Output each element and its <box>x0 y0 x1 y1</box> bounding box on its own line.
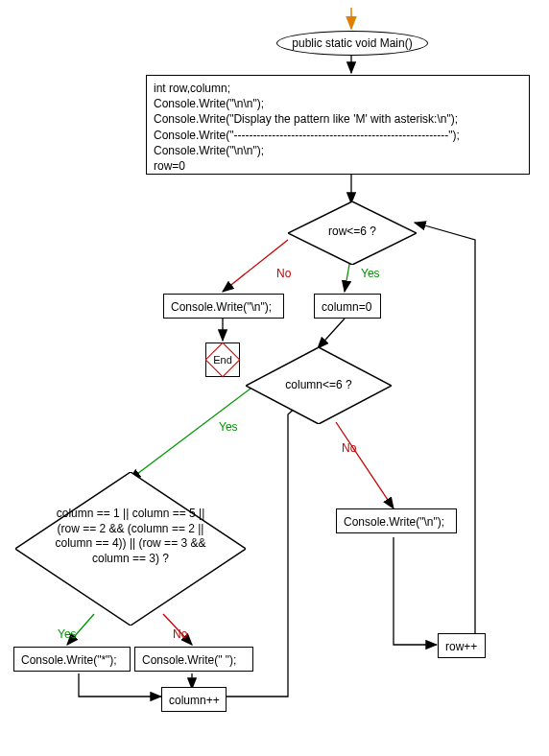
label-no-col: No <box>342 441 356 455</box>
init-line-0: int row,column; <box>154 81 522 96</box>
label-yes-row: Yes <box>361 267 380 280</box>
newline-outer-text: Console.Write("\n"); <box>171 300 272 314</box>
label-no-row: No <box>276 267 291 280</box>
newline-inner-text: Console.Write("\n"); <box>344 515 444 529</box>
write-space: Console.Write(" "); <box>134 647 253 672</box>
init-process: int row,column; Console.Write("\n\n"); C… <box>146 75 530 175</box>
row-increment-text: row++ <box>445 640 477 653</box>
newline-outer: Console.Write("\n"); <box>163 294 284 319</box>
decision-column-text: column<=6 ? <box>246 378 392 393</box>
init-line-5: row=0 <box>154 158 522 174</box>
row-increment: row++ <box>438 633 486 658</box>
init-line-1: Console.Write("\n\n"); <box>154 96 522 111</box>
column-init-text: column=0 <box>322 300 371 314</box>
init-line-2: Console.Write("Display the pattern like … <box>154 111 522 127</box>
label-yes-col: Yes <box>219 420 238 434</box>
label-yes-cond: Yes <box>58 627 77 641</box>
decision-row-text: row<=6 ? <box>288 224 417 240</box>
start-node: public static void Main() <box>276 31 428 56</box>
end-text: End <box>213 353 232 367</box>
svg-line-3 <box>318 319 345 348</box>
decision-condition-text: column == 1 || column == 5 || (row == 2 … <box>52 507 209 566</box>
init-line-4: Console.Write("\n\n"); <box>154 143 522 158</box>
start-text: public static void Main() <box>292 36 412 50</box>
column-increment: column++ <box>161 687 227 712</box>
newline-inner: Console.Write("\n"); <box>336 508 457 533</box>
column-increment-text: column++ <box>169 694 220 707</box>
end-node: End <box>205 343 240 377</box>
column-init: column=0 <box>314 294 381 319</box>
label-no-cond: No <box>173 627 187 641</box>
write-space-text: Console.Write(" "); <box>142 653 236 667</box>
init-line-3: Console.Write("-------------------------… <box>154 128 522 143</box>
write-star: Console.Write("*"); <box>13 647 131 672</box>
write-star-text: Console.Write("*"); <box>21 653 117 667</box>
